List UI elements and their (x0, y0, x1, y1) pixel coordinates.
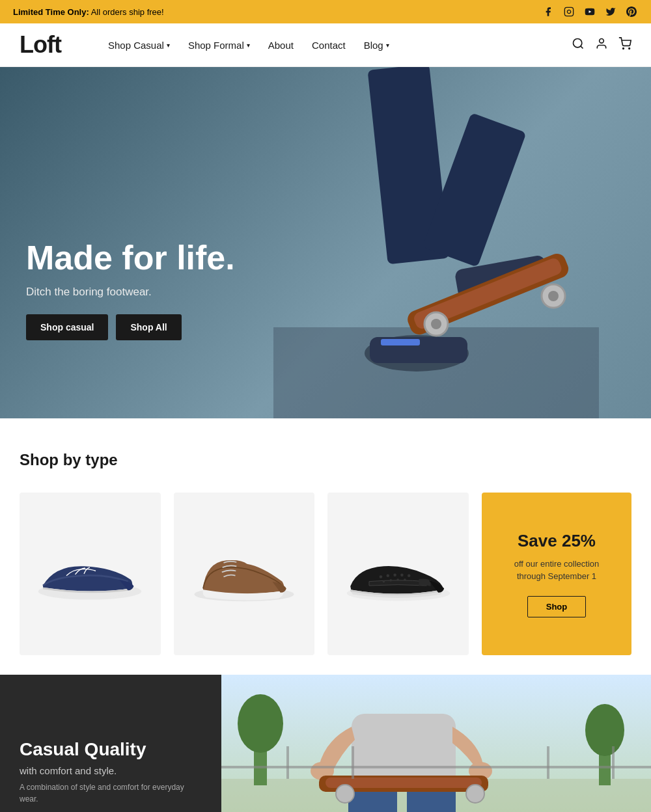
cart-icon[interactable] (618, 37, 631, 53)
product-card-2[interactable] (174, 493, 315, 655)
svg-rect-12 (381, 339, 420, 345)
svg-point-5 (623, 47, 624, 49)
header: Loft Shop Casual ▾ Shop Formal ▾ About C… (0, 23, 651, 67)
svg-point-4 (600, 38, 604, 43)
hero-image (273, 67, 599, 418)
hero-content: Made for life. Ditch the boring footwear… (26, 239, 235, 340)
svg-rect-51 (612, 746, 615, 779)
main-nav: Shop Casual ▾ Shop Formal ▾ About Contac… (100, 34, 572, 56)
svg-point-28 (382, 580, 385, 583)
casual-dark-panel: Casual Quality with comfort and style. A… (0, 675, 221, 812)
svg-point-26 (400, 574, 404, 577)
svg-rect-50 (547, 746, 549, 779)
promo-description: off our entire collection through Septem… (501, 558, 612, 583)
hero-section: Made for life. Ditch the boring footwear… (0, 67, 651, 418)
casual-quality-desc: A combination of style and comfort for e… (20, 781, 202, 805)
announcement-bar: Limited Time Only: All orders ship free! (0, 0, 651, 23)
product-image-1 (31, 541, 148, 606)
casual-scene-svg (221, 675, 651, 812)
svg-point-31 (404, 578, 406, 581)
product-image-3 (340, 541, 457, 606)
nav-shop-casual[interactable]: Shop Casual ▾ (100, 34, 178, 56)
svg-point-30 (396, 578, 399, 581)
svg-rect-49 (352, 746, 354, 779)
svg-point-27 (408, 574, 411, 577)
pinterest-icon[interactable] (625, 5, 638, 18)
twitter-icon[interactable] (604, 5, 617, 18)
nav-blog-label: Blog (364, 40, 383, 51)
svg-point-44 (238, 694, 283, 753)
account-icon[interactable] (595, 37, 608, 53)
chevron-down-icon: ▾ (386, 42, 389, 49)
casual-quality-subtitle: with comfort and style. (20, 765, 202, 776)
svg-point-3 (574, 38, 582, 47)
casual-image (221, 675, 651, 812)
shop-section-title: Shop by type (20, 451, 631, 469)
svg-point-25 (393, 574, 396, 577)
nav-blog[interactable]: Blog ▾ (356, 34, 397, 56)
casual-quality-section: Casual Quality with comfort and style. A… (0, 675, 651, 812)
svg-point-19 (548, 291, 559, 301)
svg-point-41 (336, 785, 354, 803)
product-card-3[interactable] (327, 493, 469, 655)
nav-contact[interactable]: Contact (304, 34, 353, 56)
svg-point-6 (629, 47, 630, 49)
hero-subtitle: Ditch the boring footwear. (26, 286, 235, 299)
chevron-down-icon: ▾ (247, 42, 250, 49)
svg-point-24 (386, 574, 389, 577)
promo-card[interactable]: Save 25% off our entire collection throu… (482, 493, 631, 655)
shop-casual-button[interactable]: Shop casual (26, 314, 108, 340)
instagram-icon[interactable] (562, 5, 575, 18)
shop-by-type-section: Shop by type (0, 418, 651, 675)
search-icon[interactable] (572, 37, 585, 53)
casual-quality-title: Casual Quality (20, 739, 202, 760)
svg-point-17 (431, 319, 441, 329)
header-actions (572, 37, 631, 53)
facebook-icon[interactable] (542, 5, 555, 18)
announcement-text: Limited Time Only: All orders ship free! (13, 7, 164, 17)
nav-about[interactable]: About (260, 34, 301, 56)
svg-point-29 (389, 579, 392, 582)
svg-point-42 (466, 785, 484, 803)
product-image-2 (186, 541, 303, 606)
svg-rect-47 (221, 766, 651, 768)
nav-shop-casual-label: Shop Casual (108, 40, 164, 51)
product-card-1[interactable] (20, 493, 161, 655)
svg-rect-48 (286, 746, 289, 779)
promo-title: Save 25% (518, 531, 596, 551)
youtube-icon[interactable] (583, 5, 596, 18)
products-grid: Save 25% off our entire collection throu… (20, 493, 631, 655)
nav-about-label: About (268, 40, 294, 51)
nav-contact-label: Contact (312, 40, 346, 51)
logo[interactable]: Loft (20, 31, 61, 59)
nav-shop-formal[interactable]: Shop Formal ▾ (180, 34, 258, 56)
announcement-prefix: Limited Time Only: (13, 7, 89, 17)
shop-all-button[interactable]: Shop All (116, 314, 181, 340)
svg-rect-0 (564, 7, 573, 16)
nav-shop-formal-label: Shop Formal (188, 40, 244, 51)
hero-buttons: Shop casual Shop All (26, 314, 235, 340)
social-icons-group (542, 5, 638, 18)
announcement-message: All orders ship free! (91, 7, 164, 17)
svg-point-46 (585, 704, 624, 756)
promo-shop-button[interactable]: Shop (527, 596, 587, 617)
chevron-down-icon: ▾ (167, 42, 170, 49)
hero-title: Made for life. (26, 239, 235, 277)
svg-point-23 (379, 575, 382, 578)
